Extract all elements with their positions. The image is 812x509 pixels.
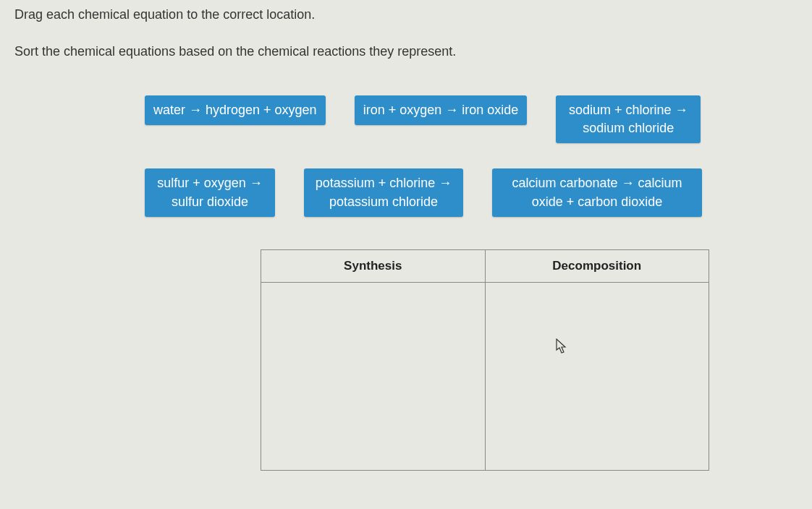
- chip-water[interactable]: water → hydrogen + oxygen: [145, 95, 326, 125]
- chips-container: water → hydrogen + oxygen iron + oxygen …: [14, 95, 798, 217]
- dropzone-decomposition[interactable]: [485, 282, 709, 470]
- chip-sulfur[interactable]: sulfur + oxygen → sulfur dioxide: [145, 168, 275, 216]
- chip-sodium[interactable]: sodium + chlorine → sodium chloride: [556, 95, 701, 143]
- drop-table: Synthesis Decomposition: [261, 249, 709, 471]
- chip-calcium[interactable]: calcium carbonate → calcium oxide + carb…: [492, 168, 702, 216]
- header-synthesis: Synthesis: [261, 249, 486, 282]
- instruction-primary: Drag each chemical equation to the corre…: [14, 7, 798, 22]
- chips-row-1: water → hydrogen + oxygen iron + oxygen …: [145, 95, 754, 143]
- chip-iron[interactable]: iron + oxygen → iron oxide: [355, 95, 528, 125]
- chips-row-2: sulfur + oxygen → sulfur dioxide potassi…: [145, 168, 754, 216]
- dropzone-synthesis[interactable]: [261, 282, 486, 470]
- chip-potassium[interactable]: potassium + chlorine → potassium chlorid…: [304, 168, 463, 216]
- header-decomposition: Decomposition: [485, 249, 709, 282]
- instruction-secondary: Sort the chemical equations based on the…: [14, 44, 798, 59]
